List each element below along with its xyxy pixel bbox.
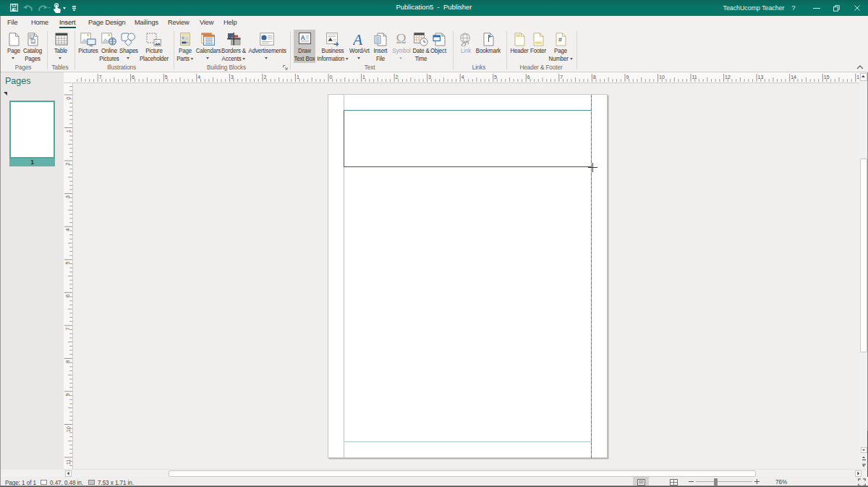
svg-text:5: 5 [494,75,497,80]
svg-text:3: 3 [428,75,431,80]
svg-text:11: 11 [692,75,697,80]
svg-text:4: 4 [461,75,464,80]
svg-text:10: 10 [659,75,665,80]
svg-text:10: 10 [65,426,72,432]
svg-text:5: 5 [65,261,72,264]
svg-text:1: 1 [362,75,365,80]
svg-text:11: 11 [65,460,72,465]
svg-text:4: 4 [197,75,200,80]
svg-text:1: 1 [297,75,299,80]
svg-text:2: 2 [263,75,266,80]
svg-text:14: 14 [791,75,796,80]
svg-text:7: 7 [560,75,563,80]
svg-text:13: 13 [758,75,764,80]
svg-text:12: 12 [725,75,731,80]
svg-text:5: 5 [165,75,168,80]
svg-text:Ω: Ω [396,32,406,46]
svg-text:2: 2 [396,75,399,80]
svg-text:8: 8 [593,75,596,80]
svg-text:0: 0 [330,75,333,80]
svg-text:3: 3 [231,75,234,80]
svg-text:15: 15 [824,75,830,80]
svg-text:6: 6 [527,75,530,80]
svg-text:A: A [353,32,363,46]
svg-text:7: 7 [99,75,102,80]
svg-text:A: A [300,33,305,41]
svg-text:9: 9 [626,75,629,80]
svg-text:6: 6 [132,75,135,80]
svg-text:#: # [558,35,562,43]
